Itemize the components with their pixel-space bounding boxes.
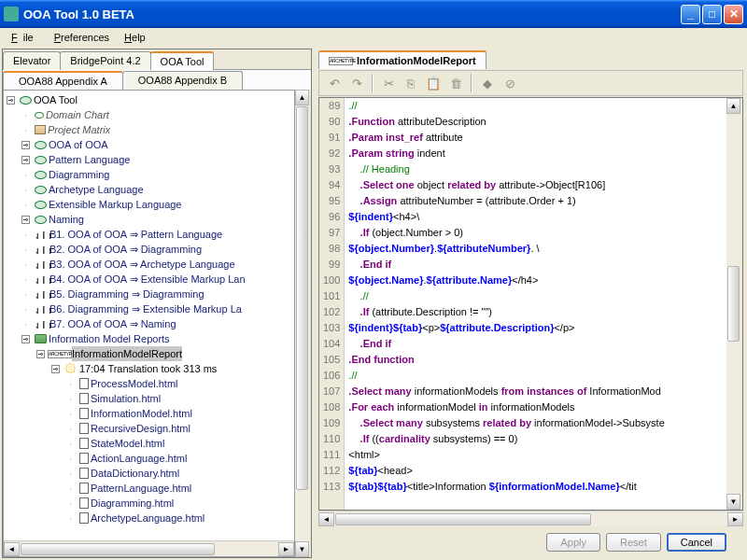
tree-label: PatternLanguage.html <box>91 481 191 496</box>
tree-label: Pattern Language <box>49 152 130 167</box>
tree-vscroll[interactable]: ▲▼ <box>295 90 311 557</box>
tree-node[interactable]: ·⇃ǀ⇂B6. Diagramming ⇒ Extensible Markup … <box>4 301 294 316</box>
domain-icon <box>35 171 47 179</box>
tab-bridgepoint[interactable]: BridgePoint 4.2 <box>60 51 150 70</box>
file-icon <box>79 423 89 434</box>
tree-node[interactable]: ·ArchetypeLanguage.html <box>4 511 294 525</box>
tree-toggle[interactable]: ⊸ <box>36 350 45 358</box>
tree-node[interactable]: ·⇃ǀ⇂B3. OOA of OOA ⇒ Archetype Language <box>4 257 294 272</box>
minimize-button[interactable]: _ <box>681 5 700 24</box>
tree-label: B6. Diagramming ⇒ Extensible Markup La <box>49 301 242 316</box>
file-icon <box>79 497 89 509</box>
tree-node[interactable]: ⊸OOA Tool <box>4 92 294 107</box>
tree-label: RecursiveDesign.html <box>91 421 190 436</box>
tree-node[interactable]: ⊸OOA of OOA <box>4 137 294 152</box>
window-titlebar: OOA Tool 1.0 BETA _ □ ✕ <box>0 0 747 28</box>
close-button[interactable]: ✕ <box>724 5 743 24</box>
tree-label: Diagramming.html <box>91 496 174 511</box>
delete-button[interactable]: 🗑 <box>444 73 467 93</box>
cancel-button[interactable]: Cancel <box>667 533 726 552</box>
tree-node[interactable]: ⊸Naming <box>4 212 294 227</box>
tree-label: 17:04 Translation took 313 ms <box>79 361 217 376</box>
tree-node[interactable]: ·⇃ǀ⇂B7. OOA of OOA ⇒ Naming <box>4 316 294 331</box>
tree-node[interactable]: ·Archetype Language <box>4 182 294 197</box>
tree-label: InformationModel.html <box>91 406 192 421</box>
editor-vscroll[interactable]: ▲▼ <box>726 98 742 510</box>
tree-toggle[interactable]: ⊸ <box>21 335 30 343</box>
tree-node[interactable]: ·DataDictionary.html <box>4 466 294 481</box>
maximize-button[interactable]: □ <box>702 5 722 24</box>
cut-button[interactable]: ✂ <box>377 73 400 93</box>
editor-tab-imr[interactable]: ARCHETYPE InformationModelReport <box>318 50 486 69</box>
tree-node[interactable]: ·Domain Chart <box>4 107 294 122</box>
tree-node[interactable]: ⊸۞17:04 Translation took 313 ms <box>4 361 294 376</box>
left-panel: Elevator BridgePoint 4.2 OOA Tool OOA88 … <box>2 49 312 558</box>
tree-toggle[interactable]: ⊸ <box>21 141 30 149</box>
bridge-icon: ⇃ǀ⇂ <box>35 244 48 255</box>
reset-button[interactable]: Reset <box>606 533 661 552</box>
tree-node[interactable]: ·StateModel.html <box>4 436 294 451</box>
code-content[interactable]: .//.Function attributeDescription.Param … <box>345 98 668 510</box>
tree-node[interactable]: ⊸Information Model Reports <box>4 331 294 346</box>
tree-label: InformationModelReport <box>72 346 182 361</box>
nav-fwd-button[interactable]: ⊘ <box>499 73 521 93</box>
tree-node[interactable]: ·RecursiveDesign.html <box>4 421 294 436</box>
nav-back-button[interactable]: ◆ <box>476 73 499 93</box>
tree-node[interactable]: ·Diagramming.html <box>4 496 294 511</box>
tree-label: B5. Diagramming ⇒ Diagramming <box>49 287 204 301</box>
file-icon <box>79 483 89 494</box>
tree-node[interactable]: ·⇃ǀ⇂B5. Diagramming ⇒ Diagramming <box>4 287 294 301</box>
tree-node[interactable]: ·Project Matrix <box>4 122 294 137</box>
tree-hscroll[interactable]: ◄► <box>4 540 294 556</box>
tree-node[interactable]: ·Diagramming <box>4 167 294 182</box>
tree-label: OOA of OOA <box>49 137 108 152</box>
tree-label: ProcessModel.html <box>91 376 178 391</box>
tree-toggle[interactable]: ⊸ <box>7 96 15 105</box>
tree-node[interactable]: ⊸ARCHETYPE InformationModelReport <box>4 346 294 361</box>
project-tabs: Elevator BridgePoint 4.2 OOA Tool <box>3 49 311 70</box>
tree-toggle[interactable]: ⊸ <box>51 365 60 373</box>
tree-node[interactable]: ·ProcessModel.html <box>4 376 294 391</box>
redo-button[interactable]: ↷ <box>345 73 368 93</box>
bridge-icon: ⇃ǀ⇂ <box>35 318 48 329</box>
bridge-icon: ⇃ǀ⇂ <box>35 288 48 300</box>
tree-node[interactable]: ·Extensible Markup Language <box>4 197 294 212</box>
appendix-tabs: OOA88 Appendix A OOA88 Appendix B <box>3 69 311 90</box>
tree-node[interactable]: ·⇃ǀ⇂B4. OOA of OOA ⇒ Extensible Markup L… <box>4 272 294 287</box>
paste-button[interactable]: 📋 <box>422 73 444 93</box>
tree-node[interactable]: ·ActionLanguage.html <box>4 451 294 466</box>
tree-label: Extensible Markup Language <box>49 197 181 212</box>
undo-button[interactable]: ↶ <box>323 73 345 93</box>
file-icon <box>79 393 89 404</box>
tree-node[interactable]: ·InformationModel.html <box>4 406 294 421</box>
dialog-buttons: Apply Reset Cancel <box>317 526 745 558</box>
tree-node[interactable]: ⊸Pattern Language <box>4 152 294 167</box>
menu-help[interactable]: Help <box>119 30 151 45</box>
domain-icon <box>35 141 47 149</box>
code-editor[interactable]: 8990919293949596979899100101102103104105… <box>319 98 726 510</box>
right-panel: ARCHETYPE InformationModelReport ↶ ↷ ✂ ⎘… <box>317 49 745 558</box>
bridge-icon: ⇃ǀ⇂ <box>35 259 48 270</box>
copy-button[interactable]: ⎘ <box>400 73 422 93</box>
tab-ooa-tool[interactable]: OOA Tool <box>150 51 215 70</box>
tree-label: StateModel.html <box>91 436 164 451</box>
tree-toggle[interactable]: ⊸ <box>21 216 30 224</box>
gear-icon: ۞ <box>64 363 78 374</box>
tree-label: Archetype Language <box>49 182 144 197</box>
menu-file[interactable]: File <box>6 30 45 45</box>
tree-node[interactable]: ·⇃ǀ⇂B2. OOA of OOA ⇒ Diagramming <box>4 242 294 257</box>
tab-appendix-b[interactable]: OOA88 Appendix B <box>122 71 243 90</box>
tree-view[interactable]: ⊸OOA Tool·Domain Chart·Project Matrix⊸OO… <box>3 90 295 557</box>
editor-hscroll[interactable]: ◄► <box>318 511 743 526</box>
tab-elevator[interactable]: Elevator <box>3 51 61 70</box>
tree-node[interactable]: ·Simulation.html <box>4 391 294 406</box>
tab-appendix-a[interactable]: OOA88 Appendix A <box>3 71 123 90</box>
menu-preferences[interactable]: Preferences <box>49 30 115 45</box>
tree-node[interactable]: ·⇃ǀ⇂B1. OOA of OOA ⇒ Pattern Language <box>4 227 294 242</box>
tree-node[interactable]: ·PatternLanguage.html <box>4 481 294 496</box>
editor-tab-label: InformationModelReport <box>357 55 476 66</box>
file-icon <box>79 408 89 419</box>
tree-toggle[interactable]: ⊸ <box>21 156 30 164</box>
tree-label: Project Matrix <box>48 122 110 137</box>
apply-button[interactable]: Apply <box>546 533 600 552</box>
